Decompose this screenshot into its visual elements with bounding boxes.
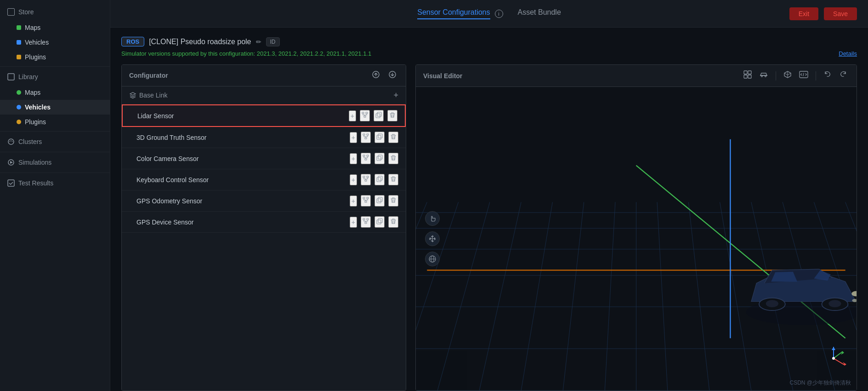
redo-button[interactable] [837, 69, 849, 82]
test-results-icon [7, 179, 15, 187]
lidar-delete-button[interactable] [387, 110, 397, 121]
hierarchy-icon-cc [363, 155, 369, 161]
undo-button[interactable] [822, 69, 834, 82]
kb-hierarchy-button[interactable] [361, 174, 371, 185]
sensor-row-gps-device[interactable]: GPS Device Sensor + [122, 212, 406, 233]
sensor-name-gps-device: GPS Device Sensor [136, 218, 350, 226]
kb-copy-button[interactable] [374, 174, 385, 185]
gps-od-copy-button[interactable] [374, 195, 385, 207]
sensor-row-keyboard[interactable]: Keyboard Control Sensor + [122, 169, 406, 190]
lib-maps-dot-icon [17, 90, 21, 95]
svg-rect-21 [377, 156, 381, 161]
sidebar-simulations-header[interactable]: Simulations [0, 154, 110, 171]
edit-icon[interactable]: ✏ [256, 38, 261, 46]
base-link-label: Base Link [139, 92, 167, 99]
library-icon [7, 73, 15, 80]
sidebar-clusters-header[interactable]: Clusters [0, 133, 110, 150]
cc-add-button[interactable]: + [350, 153, 357, 164]
sensor-row-lidar[interactable]: Lidar Sensor + [122, 104, 406, 127]
svg-rect-4 [8, 180, 14, 186]
gt-copy-button[interactable] [374, 132, 385, 143]
copy-icon-gps-od [376, 197, 383, 203]
grid-view-button[interactable] [742, 69, 754, 82]
save-button[interactable]: Save [824, 7, 857, 20]
sensor-config-info-icon[interactable]: i [495, 10, 503, 18]
sidebar-item-lib-vehicles[interactable]: Vehicles [0, 100, 110, 115]
sidebar-divider-1 [0, 66, 110, 67]
sidebar-store-label: Store [18, 8, 34, 16]
svg-rect-31 [377, 199, 381, 203]
svg-rect-20 [378, 155, 382, 159]
gps-od-delete-button[interactable] [388, 195, 398, 207]
sidebar-label-store-vehicles: Vehicles [25, 39, 49, 46]
sidebar-item-store-plugins[interactable]: Plugins [0, 50, 110, 64]
gt-add-button[interactable]: + [350, 132, 357, 143]
svg-rect-38 [748, 71, 751, 74]
delete-icon-gt [390, 133, 397, 140]
gt-delete-button[interactable] [388, 132, 398, 143]
svg-rect-22 [363, 176, 365, 178]
sensor-row-gps-odometry[interactable]: GPS Odometry Sensor + [122, 190, 406, 212]
cc-hierarchy-button[interactable] [361, 153, 371, 164]
sensor-actions-keyboard: + [350, 174, 398, 185]
hierarchy-icon-gps-dev [363, 218, 369, 224]
move-tool-button[interactable] [425, 231, 440, 246]
gps-dev-hierarchy-button[interactable] [361, 216, 371, 228]
sidebar-test-results-header[interactable]: Test Results [0, 175, 110, 191]
svg-rect-26 [377, 178, 381, 182]
gps-dev-add-button[interactable]: + [350, 217, 357, 228]
id-badge: ID [266, 37, 280, 46]
sensor-actions-lidar: + [349, 110, 397, 121]
upload-icon [372, 70, 380, 79]
cc-copy-button[interactable] [374, 153, 385, 164]
gt-hierarchy-button[interactable] [361, 132, 371, 143]
cube-view-button[interactable] [782, 69, 794, 82]
cc-delete-button[interactable] [388, 153, 398, 164]
car-view-button[interactable] [757, 69, 770, 82]
exit-button[interactable]: Exit [789, 7, 818, 20]
sidebar-store-header[interactable]: Store [0, 4, 110, 20]
gps-od-add-button[interactable]: + [350, 196, 357, 207]
ros-badge: ROS [121, 37, 144, 46]
base-link-add-button[interactable]: + [393, 91, 398, 99]
viewport-controls [425, 211, 440, 266]
sensor-actions-color-camera: + [350, 153, 398, 164]
lidar-hierarchy-button[interactable] [360, 110, 370, 121]
lidar-copy-button[interactable] [374, 110, 384, 121]
copy-icon [375, 112, 382, 118]
gps-dev-copy-button[interactable] [374, 216, 385, 228]
visual-editor-header: Visual Editor [416, 65, 857, 87]
download-button[interactable] [386, 69, 398, 81]
hand-icon [428, 214, 437, 223]
tab-sensor-configurations[interactable]: Sensor Configurations [417, 8, 490, 19]
hierarchy-icon-gt [363, 133, 369, 140]
gps-dev-delete-button[interactable] [388, 216, 398, 228]
details-link[interactable]: Details [839, 50, 857, 57]
svg-rect-32 [363, 218, 365, 220]
kb-add-button[interactable]: + [350, 174, 357, 185]
copy-icon-gt [376, 133, 383, 140]
rotate-tool-button[interactable] [425, 252, 440, 266]
tab-asset-bundle[interactable]: Asset Bundle [518, 8, 561, 19]
viewport[interactable]: CSDN @少年独剑倚清秋 [416, 87, 857, 391]
sidebar-item-store-vehicles[interactable]: Vehicles [0, 35, 110, 50]
delete-icon-cc [390, 155, 397, 161]
sidebar-item-store-maps[interactable]: Maps [0, 20, 110, 35]
kb-delete-button[interactable] [388, 174, 398, 185]
sidebar-item-lib-maps[interactable]: Maps [0, 85, 110, 100]
gps-od-hierarchy-button[interactable] [361, 195, 371, 207]
sensor-name-gps-odometry: GPS Odometry Sensor [136, 197, 350, 205]
svg-line-80 [834, 358, 845, 365]
undo-icon [823, 70, 832, 79]
pan-tool-button[interactable] [425, 211, 440, 226]
code-view-button[interactable] [797, 69, 810, 82]
sidebar-library-header[interactable]: Library [0, 69, 110, 85]
sidebar-item-lib-plugins[interactable]: Plugins [0, 115, 110, 129]
sidebar-label-store-maps: Maps [25, 24, 40, 31]
sensor-row-color-camera[interactable]: Color Camera Sensor + [122, 148, 406, 169]
sensor-row-ground-truth[interactable]: 3D Ground Truth Sensor + [122, 127, 406, 148]
svg-point-86 [832, 357, 835, 360]
upload-button[interactable] [370, 69, 382, 81]
lidar-add-button[interactable]: + [349, 110, 356, 121]
crosshair-icon [428, 235, 437, 243]
